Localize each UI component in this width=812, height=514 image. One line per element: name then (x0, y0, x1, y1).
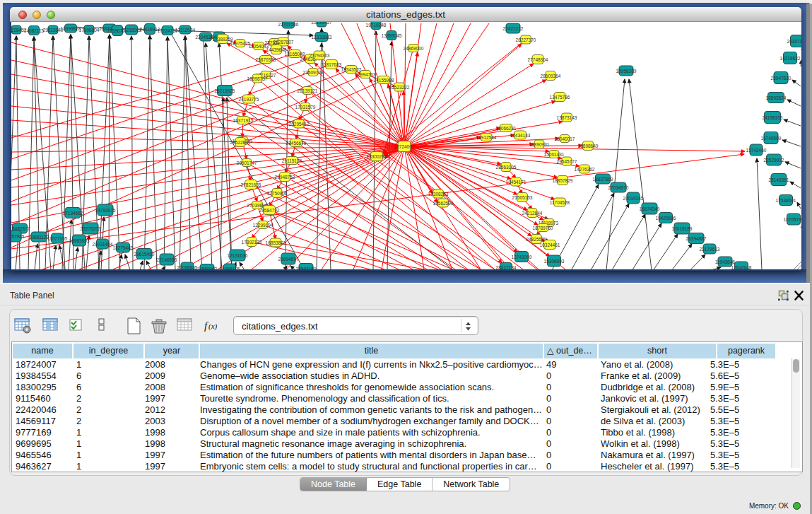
svg-text:12333883: 12333883 (312, 35, 332, 40)
svg-text:19710248: 19710248 (366, 23, 387, 28)
svg-text:11077105: 11077105 (47, 236, 68, 241)
svg-text:17806804: 17806804 (79, 28, 100, 33)
svg-text:12642648: 12642648 (731, 265, 752, 270)
svg-text:24198153: 24198153 (763, 115, 783, 120)
svg-text:25149361: 25149361 (769, 177, 789, 182)
svg-text:14439648: 14439648 (266, 47, 287, 52)
svg-text:18898737: 18898737 (247, 76, 268, 81)
svg-text:29545777: 29545777 (557, 159, 577, 164)
svg-text:11975475: 11975475 (230, 41, 251, 46)
svg-text:14682115: 14682115 (24, 28, 45, 33)
svg-text:(x): (x) (208, 322, 218, 331)
svg-text:17134562: 17134562 (63, 211, 83, 216)
svg-text:26307133: 26307133 (787, 39, 801, 44)
svg-text:17892133: 17892133 (242, 240, 262, 245)
svg-text:11943646: 11943646 (715, 259, 736, 264)
svg-text:25523222: 25523222 (389, 85, 410, 90)
svg-text:25213925: 25213925 (215, 88, 235, 93)
svg-text:24155998: 24155998 (374, 78, 394, 83)
svg-text:14276362: 14276362 (575, 167, 595, 172)
svg-text:20881122: 20881122 (29, 235, 49, 240)
svg-text:12308253: 12308253 (428, 192, 449, 197)
svg-text:29615450: 29615450 (134, 252, 155, 257)
svg-text:25947830: 25947830 (771, 76, 792, 81)
svg-text:13165048: 13165048 (285, 52, 305, 57)
svg-text:18958289: 18958289 (616, 69, 637, 74)
svg-text:25870338: 25870338 (256, 57, 276, 62)
svg-text:20066231: 20066231 (496, 126, 517, 131)
svg-text:20522831: 20522831 (230, 140, 251, 145)
svg-text:29601747: 29601747 (237, 160, 257, 165)
svg-text:19454171: 19454171 (506, 180, 526, 185)
svg-text:19562590: 19562590 (433, 201, 454, 206)
svg-text:12434143: 12434143 (510, 133, 531, 138)
svg-text:28227370: 28227370 (516, 37, 536, 42)
svg-text:29948752: 29948752 (275, 175, 295, 180)
svg-text:14793975: 14793975 (95, 208, 116, 213)
svg-text:22701506: 22701506 (278, 22, 299, 27)
svg-text:13873143: 13873143 (557, 115, 577, 120)
svg-text:22179613: 22179613 (700, 247, 720, 252)
svg-text:27994763: 27994763 (355, 72, 376, 77)
svg-text:13389045: 13389045 (382, 33, 402, 38)
svg-text:19057945: 19057945 (11, 234, 25, 239)
svg-text:18837869: 18837869 (593, 177, 613, 182)
svg-text:11580963: 11580963 (197, 267, 218, 270)
svg-text:11704528: 11704528 (550, 200, 570, 205)
svg-text:13475786: 13475786 (550, 95, 570, 100)
svg-text:16853801: 16853801 (266, 240, 286, 245)
svg-text:15306893: 15306893 (544, 259, 565, 264)
svg-text:27096865: 27096865 (177, 265, 198, 270)
svg-text:24869000: 24869000 (404, 46, 424, 51)
svg-text:15742460: 15742460 (746, 148, 767, 153)
svg-text:18983893: 18983893 (69, 238, 90, 243)
svg-text:18343522: 18343522 (341, 67, 362, 72)
svg-text:16749509: 16749509 (761, 136, 782, 141)
svg-text:11817683: 11817683 (322, 62, 342, 67)
svg-text:28040017: 28040017 (555, 136, 575, 141)
svg-text:18724007: 18724007 (394, 144, 415, 149)
svg-text:29031404: 29031404 (93, 242, 113, 247)
svg-text:26287807: 26287807 (273, 40, 294, 45)
svg-text:17931579: 17931579 (295, 105, 316, 110)
svg-text:27748304: 27748304 (528, 57, 548, 62)
svg-text:28563105: 28563105 (496, 165, 517, 170)
svg-text:14219822: 14219822 (780, 56, 801, 61)
svg-text:20014145: 20014145 (623, 196, 644, 201)
svg-text:12299194: 12299194 (253, 223, 273, 228)
svg-text:28563180: 28563180 (296, 267, 317, 270)
svg-text:22146585: 22146585 (157, 257, 177, 262)
svg-text:18898649: 18898649 (578, 144, 599, 148)
svg-text:18912544: 18912544 (476, 135, 497, 140)
svg-text:29115134: 29115134 (282, 158, 302, 163)
svg-text:29994697: 29994697 (278, 257, 299, 262)
svg-text:26295412: 26295412 (289, 122, 310, 127)
svg-text:12131636: 12131636 (228, 253, 248, 258)
svg-text:13743069: 13743069 (512, 255, 532, 259)
svg-text:26394887: 26394887 (686, 236, 707, 241)
svg-text:13112034: 13112034 (175, 28, 196, 33)
svg-text:28139121: 28139121 (298, 88, 318, 93)
svg-text:17539591: 17539591 (776, 198, 796, 203)
svg-text:29584792: 29584792 (259, 208, 280, 213)
svg-text:24193775: 24193775 (239, 97, 259, 102)
svg-text:10705792: 10705792 (784, 217, 801, 222)
svg-text:10218062: 10218062 (122, 28, 142, 33)
svg-text:10999828: 10999828 (61, 26, 81, 31)
svg-text:12750906: 12750906 (267, 191, 288, 196)
svg-text:28017734: 28017734 (496, 265, 517, 270)
svg-text:18300295: 18300295 (367, 154, 387, 159)
svg-text:15001431: 15001431 (544, 152, 565, 157)
svg-text:22421212: 22421212 (503, 26, 524, 31)
svg-text:24825539: 24825539 (526, 237, 547, 242)
svg-text:23794303: 23794303 (310, 53, 330, 58)
svg-text:15420686: 15420686 (656, 216, 676, 221)
svg-text:27034970: 27034970 (608, 185, 629, 190)
svg-text:23509728: 23509728 (303, 70, 324, 75)
svg-text:15368105: 15368105 (220, 267, 240, 270)
svg-text:23275203: 23275203 (81, 226, 101, 231)
svg-text:18857829: 18857829 (553, 178, 573, 183)
svg-text:24212844: 24212844 (522, 211, 543, 216)
svg-text:10019189: 10019189 (672, 226, 693, 231)
svg-text:28609364: 28609364 (541, 74, 561, 78)
